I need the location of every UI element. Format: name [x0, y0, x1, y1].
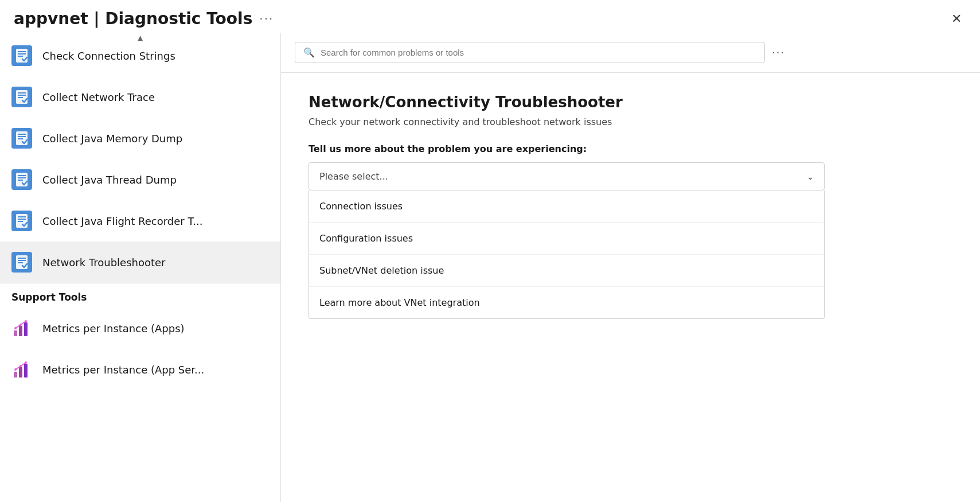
search-more-button[interactable]: ···	[772, 46, 785, 59]
svg-rect-32	[19, 326, 22, 336]
scroll-up-indicator: ▲	[138, 33, 143, 43]
sidebar-item-label: Network Troubleshooter	[42, 256, 166, 268]
dropdown-option-subnet-vnet-deletion[interactable]: Subnet/VNet deletion issue	[309, 254, 824, 286]
tool-title: Network/Connectivity Troubleshooter	[309, 94, 952, 111]
sidebar-item-collect-java-flight-recorder[interactable]: Collect Java Flight Recorder T...	[0, 200, 280, 242]
sidebar-item-collect-java-thread-dump[interactable]: Collect Java Thread Dump	[0, 159, 280, 200]
sidebar: ▲ Check Connection Strings	[0, 33, 281, 502]
tool-icon	[11, 128, 32, 149]
dropdown-option-configuration-issues[interactable]: Configuration issues	[309, 222, 824, 254]
search-icon: 🔍	[303, 47, 315, 58]
svg-point-34	[14, 327, 17, 329]
tool-description: Check your network connectivity and trou…	[309, 116, 952, 127]
sidebar-item-collect-network-trace[interactable]: Collect Network Trace	[0, 76, 280, 118]
tool-icon	[11, 211, 32, 231]
sidebar-item-label: Metrics per Instance (App Ser...	[42, 364, 204, 376]
page-title: appvnet | Diagnostic Tools	[14, 9, 252, 28]
sidebar-item-label: Metrics per Instance (Apps)	[42, 322, 185, 334]
title-bar-left: appvnet | Diagnostic Tools ···	[14, 9, 274, 28]
svg-point-43	[25, 361, 27, 364]
close-button[interactable]: ✕	[947, 10, 966, 28]
dropdown-option-vnet-integration[interactable]: Learn more about VNet integration	[309, 286, 824, 318]
dropdown-option-connection-issues[interactable]: Connection issues	[309, 190, 824, 222]
tool-icon	[11, 169, 32, 190]
sidebar-item-collect-java-memory-dump[interactable]: Collect Java Memory Dump	[0, 118, 280, 159]
dropdown-placeholder: Please select...	[319, 171, 388, 182]
sidebar-item-label: Collect Java Memory Dump	[42, 133, 182, 145]
sidebar-item-label: Collect Java Flight Recorder T...	[42, 215, 202, 227]
svg-rect-33	[24, 322, 28, 336]
svg-point-35	[19, 324, 22, 326]
sidebar-item-label: Collect Java Thread Dump	[42, 174, 177, 186]
dropdown-container: Please select... ⌄ Connection issues Con…	[309, 162, 825, 319]
svg-point-36	[25, 320, 27, 322]
tool-icon	[11, 87, 32, 107]
title-bar: appvnet | Diagnostic Tools ··· ✕	[0, 0, 980, 33]
svg-rect-31	[14, 330, 17, 336]
search-input-wrap: 🔍	[295, 42, 765, 63]
sidebar-item-metrics-per-instance-apps[interactable]: Metrics per Instance (Apps)	[0, 308, 280, 349]
tool-icon	[11, 252, 32, 273]
sidebar-item-network-troubleshooter[interactable]: Network Troubleshooter	[0, 242, 280, 283]
tool-icon	[11, 45, 32, 66]
svg-rect-40	[24, 364, 28, 378]
dropdown-options: Connection issues Configuration issues S…	[309, 190, 825, 319]
metrics-icon	[11, 359, 32, 380]
sidebar-item-label: Collect Network Trace	[42, 91, 155, 103]
svg-rect-38	[14, 372, 17, 378]
sidebar-item-label: Check Connection Strings	[42, 50, 175, 62]
chevron-down-icon: ⌄	[807, 172, 814, 181]
metrics-icon	[11, 318, 32, 338]
sidebar-item-metrics-per-instance-appser[interactable]: Metrics per Instance (App Ser...	[0, 349, 280, 390]
dropdown-select[interactable]: Please select... ⌄	[309, 162, 825, 190]
main-container: ▲ Check Connection Strings	[0, 33, 980, 502]
search-input[interactable]	[321, 48, 756, 57]
svg-point-41	[14, 368, 17, 371]
tool-content: Network/Connectivity Troubleshooter Chec…	[281, 73, 980, 502]
title-more-button[interactable]: ···	[259, 12, 274, 26]
content-area: 🔍 ··· Network/Connectivity Troubleshoote…	[281, 33, 980, 502]
tool-question: Tell us more about the problem you are e…	[309, 143, 952, 154]
svg-point-42	[19, 365, 22, 367]
svg-rect-39	[19, 367, 22, 378]
sidebar-section-header-support-tools: Support Tools	[0, 283, 280, 308]
search-bar-container: 🔍 ···	[281, 33, 980, 73]
